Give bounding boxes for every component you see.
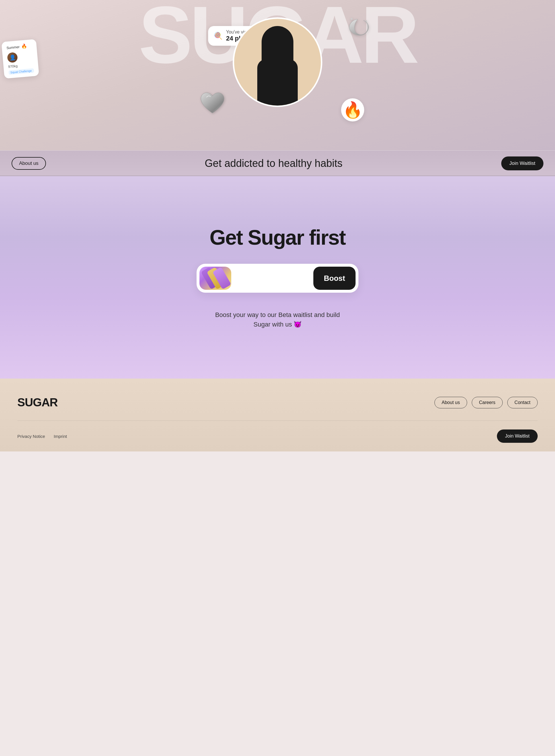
hero-tagline: Get addicted to healthy habits <box>205 157 342 169</box>
flame-emoji: 🔥 <box>343 101 363 119</box>
boost-bar: Boost <box>197 264 358 293</box>
sep-4 <box>416 175 555 176</box>
footer-top: SUGAR About us Careers Contact <box>17 396 538 421</box>
person-body <box>257 59 298 106</box>
hero-section: SUGAR Summer 🔥 👤 970kg Squat Challenge 🍭… <box>0 0 555 150</box>
footer: SUGAR About us Careers Contact Privacy N… <box>0 379 555 451</box>
summer-weight: 970kg <box>8 63 34 69</box>
boost-section: Get Sugar first Boost Boost your way to … <box>0 176 555 379</box>
nav-separator-lines <box>0 175 555 176</box>
svg-text:✦: ✦ <box>364 19 368 24</box>
footer-contact-button[interactable]: Contact <box>507 397 538 408</box>
footer-legal: Privacy Notice Imprint <box>17 434 67 439</box>
footer-careers-button[interactable]: Careers <box>472 397 503 408</box>
sep-1 <box>0 175 139 176</box>
hero-content: Summer 🔥 👤 970kg Squat Challenge 🍭 You'v… <box>0 3 555 148</box>
footer-about-button[interactable]: About us <box>434 397 467 408</box>
heart-sticker <box>200 91 225 121</box>
boost-description: Boost your way to our Beta waitlist and … <box>215 310 340 329</box>
person-hair <box>262 26 293 61</box>
summer-card: Summer 🔥 👤 970kg Squat Challenge <box>1 39 39 79</box>
footer-nav: About us Careers Contact <box>434 397 538 408</box>
profile-circle <box>233 17 322 107</box>
footer-logo: SUGAR <box>17 396 57 409</box>
summer-label: Summer <box>6 45 20 50</box>
navbar: About us Get addicted to healthy habits … <box>0 150 555 176</box>
summer-flame-icon: 🔥 <box>21 43 28 49</box>
join-waitlist-button[interactable]: Join Waitlist <box>501 156 544 170</box>
privacy-notice-link[interactable]: Privacy Notice <box>17 434 45 439</box>
flame-sticker: 🔥 <box>341 98 364 121</box>
moon-sticker: ✦ ✦ ✦ <box>341 13 374 46</box>
svg-text:✦: ✦ <box>366 24 370 28</box>
sep-3 <box>278 175 416 176</box>
boost-logo <box>200 267 231 290</box>
about-us-button[interactable]: About us <box>11 157 46 170</box>
boost-desc-line1: Boost your way to our Beta waitlist and … <box>215 311 340 318</box>
boost-button[interactable]: Boost <box>313 267 355 290</box>
summer-tag: Squat Challenge <box>8 68 34 75</box>
footer-join-waitlist-button[interactable]: Join Waitlist <box>497 430 538 443</box>
boost-title: Get Sugar first <box>210 226 345 249</box>
footer-bottom: Privacy Notice Imprint Join Waitlist <box>17 421 538 451</box>
summer-avatar: 👤 <box>7 52 18 63</box>
sep-2 <box>139 175 278 176</box>
logo-stripes <box>204 270 227 287</box>
boost-desc-line2: Sugar with us 😈 <box>254 321 301 328</box>
person-figure <box>249 25 306 106</box>
pin-icon: 🍭 <box>214 32 223 40</box>
imprint-link[interactable]: Imprint <box>54 434 67 439</box>
